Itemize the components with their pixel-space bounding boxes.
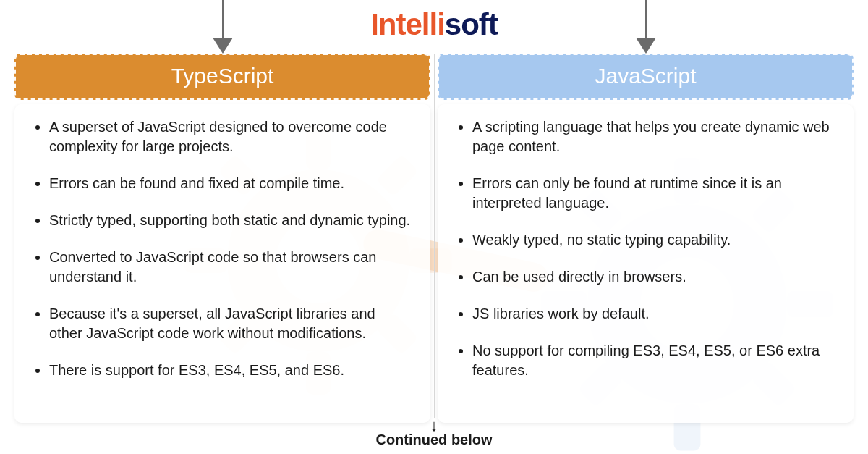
list-item: Errors can be found and fixed at compile… bbox=[49, 174, 412, 193]
hanger-icon bbox=[645, 0, 647, 38]
column-javascript: JavaScript A scripting language that hel… bbox=[438, 54, 854, 423]
column-typescript: TypeScript A superset of JavaScript desi… bbox=[14, 54, 430, 423]
hanger-icon bbox=[222, 0, 224, 38]
brand-part-2: soft bbox=[445, 7, 498, 41]
continued-label: Continued below bbox=[375, 432, 492, 448]
list-item: Because it's a superset, all JavaScript … bbox=[49, 304, 412, 343]
list-item: Weakly typed, no static typing capabilit… bbox=[472, 230, 835, 250]
column-header-typescript: TypeScript bbox=[14, 54, 430, 100]
list-item: Strictly typed, supporting both static a… bbox=[49, 211, 412, 230]
continued-below: ↓ Continued below bbox=[375, 421, 492, 448]
feature-list-javascript: A scripting language that helps you crea… bbox=[456, 117, 835, 380]
brand-part-1: Intelli bbox=[370, 7, 445, 41]
card-javascript: A scripting language that helps you crea… bbox=[438, 104, 854, 423]
list-item: A scripting language that helps you crea… bbox=[472, 117, 835, 156]
list-item: JS libraries work by default. bbox=[472, 304, 835, 324]
comparison-columns: TypeScript A superset of JavaScript desi… bbox=[14, 54, 854, 423]
list-item: Can be used directly in browsers. bbox=[472, 267, 835, 287]
arrow-down-icon: ↓ bbox=[375, 421, 492, 430]
brand-logo: Intellisoft bbox=[370, 7, 498, 42]
list-item: Converted to JavaScript code so that bro… bbox=[49, 248, 412, 287]
list-item: There is support for ES3, ES4, ES5, and … bbox=[49, 361, 412, 380]
column-header-javascript: JavaScript bbox=[438, 54, 854, 100]
card-typescript: A superset of JavaScript designed to ove… bbox=[14, 104, 430, 423]
list-item: Errors can only be found at runtime sinc… bbox=[472, 174, 835, 213]
feature-list-typescript: A superset of JavaScript designed to ove… bbox=[33, 117, 412, 380]
list-item: No support for compiling ES3, ES4, ES5, … bbox=[472, 341, 835, 380]
list-item: A superset of JavaScript designed to ove… bbox=[49, 117, 412, 156]
